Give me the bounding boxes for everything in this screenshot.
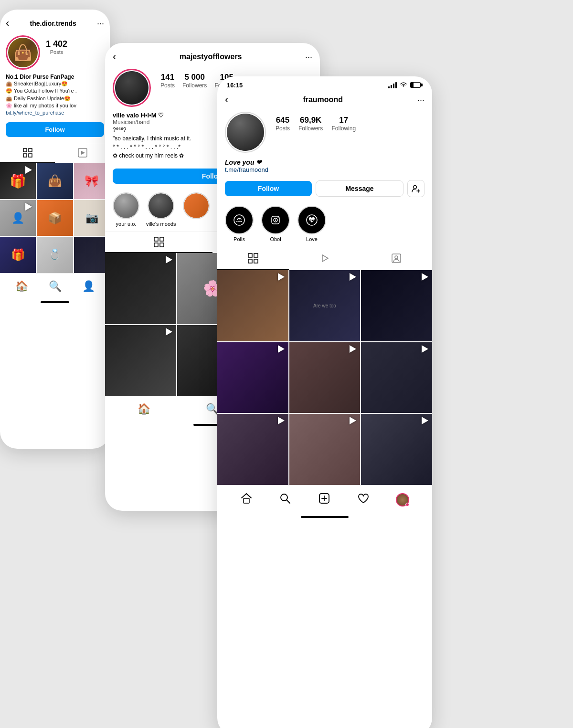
p1-bio-line2: 😍 You Gotta Follow If You're . [6,87,104,95]
svg-rect-5 [154,237,158,241]
p3-heart-icon[interactable] [357,492,370,507]
p1-bio-line4: 🌸 like all my photos if you lov [6,102,104,109]
p1-follow-button[interactable]: Follow [6,122,104,137]
p2-cell-1[interactable] [105,253,176,324]
p3-cell-5[interactable] [289,342,361,413]
p3-create-icon[interactable] [318,492,330,507]
p1-display-name: No.1 Dior Purse FanPage [6,74,104,80]
p2-posts-label: Posts [160,82,175,89]
p3-grid-tab[interactable] [217,247,289,270]
svg-rect-8 [160,243,164,247]
p3-cell-2[interactable]: Are we too [289,270,361,341]
svg-rect-30 [244,498,249,503]
p1-profile-link[interactable]: bit.ly/where_to_purchase [6,110,104,116]
p1-grid-cell-1[interactable]: 🎁 [0,163,36,199]
p3-back-button[interactable]: ‹ [225,94,228,106]
p3-more-button[interactable]: ··· [417,95,424,105]
p3-message-button[interactable]: Message [316,180,403,197]
p2-username: majestyofflowers [180,53,242,61]
p3-highlight-polls[interactable]: Polls [225,206,254,242]
p2-highlight-label-2: ville's moods [146,221,176,227]
svg-rect-6 [160,237,164,241]
svg-point-14 [239,218,240,220]
svg-point-13 [234,215,244,225]
p3-search-icon[interactable] [279,492,291,507]
p2-highlight-3[interactable] [183,192,210,227]
p3-cell-1[interactable] [217,270,288,341]
p2-posts-stat: 141 Posts [160,73,175,89]
p3-profile-section: 645 Posts 69,9K Followers 17 Following [217,110,432,155]
p3-highlight-love[interactable]: i♥u Love [297,206,326,242]
p3-following-label: Following [331,125,356,132]
p3-time: 16:15 [227,82,243,89]
p3-highlight-oboi[interactable]: Oboi [261,206,290,242]
p2-back-button[interactable]: ‹ [113,51,116,63]
p1-search-icon[interactable]: 🔍 [49,280,62,293]
svg-rect-26 [254,259,258,263]
p1-stats: 1 402 Posts [46,35,67,55]
p1-posts-count: 1 402 [46,39,67,49]
p3-home-icon[interactable] [240,492,253,507]
p1-profile-icon[interactable]: 👤 [82,280,95,293]
p3-following-count: 17 [331,116,356,125]
p3-bio: Love you ❤ t.me/fraumoond [217,155,432,176]
p1-grid-cell-5[interactable]: 📦 [37,200,73,236]
p2-followers-label: Followers [182,82,207,89]
svg-rect-25 [248,259,252,263]
p1-avatar-ring: 👜 [6,35,40,70]
p3-cell-7[interactable] [217,414,288,485]
p3-cell-3[interactable] [361,270,432,341]
p3-highlight-ring-love: i♥u [297,206,326,234]
p3-posts-label: Posts [276,125,290,132]
p3-add-person-button[interactable] [407,180,424,197]
p2-grid-tab[interactable] [105,232,212,253]
p1-grid-cell-8[interactable]: 💍 [37,237,73,273]
p1-home-icon[interactable]: 🏠 [15,280,28,293]
p1-grid-cell-6[interactable]: 📷 [74,200,110,236]
p1-grid-cell-4[interactable]: 👤 [0,200,36,236]
svg-point-16 [241,221,242,222]
p1-more-button[interactable]: ··· [97,19,104,29]
p2-highlight-ring-3 [183,192,210,219]
p3-highlights-row: Polls Oboi i♥u Love [217,201,432,247]
svg-marker-27 [322,255,328,262]
p1-username: the.dior.trends [30,20,76,27]
p3-avatar-ring [225,112,266,153]
svg-line-32 [287,500,290,504]
p3-home-indicator [301,516,349,518]
p2-highlight-2[interactable]: ville's moods [146,192,176,227]
p3-cell-8[interactable] [289,414,361,485]
p1-grid-cell-2[interactable]: 👜 [37,163,73,199]
p2-home-icon[interactable]: 🏠 [138,403,150,415]
p3-tagged-tab[interactable] [361,247,432,270]
p3-grid-tabs [217,247,432,270]
p3-highlight-ring-oboi [261,206,290,234]
p3-action-row: Follow Message [217,176,432,201]
p1-reels-tab[interactable] [55,143,110,163]
p1-grid-cell-7[interactable]: 🎁 [0,237,36,273]
p1-grid-tab[interactable] [0,143,55,163]
p2-more-button[interactable]: ··· [305,52,312,62]
p3-highlight-polls-label: Polls [233,236,245,242]
phone-dior: ‹ the.dior.trends ··· 👜 1 402 Posts No.1… [0,10,110,449]
p1-grid-cell-3[interactable]: 🎀 [74,163,110,199]
p1-grid-cell-9[interactable] [74,237,110,273]
p2-header: ‹ majestyofflowers ··· [105,43,320,67]
p1-bio-line1: 👜 Sneaker|Bag|Luxury😍 [6,80,104,87]
p3-followers-count: 69,9K [298,116,323,125]
p3-profile-link[interactable]: t.me/fraumoond [225,166,424,173]
p3-cell-6[interactable] [361,342,432,413]
p2-cell-4[interactable] [105,325,176,396]
p3-stats-row: 645 Posts 69,9K Followers 17 Following [276,112,356,132]
p2-followers-stat: 5 000 Followers [182,73,207,89]
p3-profile-avatar-nav[interactable] [396,493,409,506]
svg-rect-0 [23,148,27,152]
p3-reels-tab[interactable] [289,247,361,270]
p3-cell-9[interactable] [361,414,432,485]
p3-followers-label: Followers [298,125,323,132]
p3-cell-4[interactable] [217,342,288,413]
p2-highlight-ring-1 [113,192,139,219]
p2-highlight-1[interactable]: your u.o. [113,192,139,227]
p3-follow-button[interactable]: Follow [225,181,312,196]
p1-back-button[interactable]: ‹ [6,17,9,30]
